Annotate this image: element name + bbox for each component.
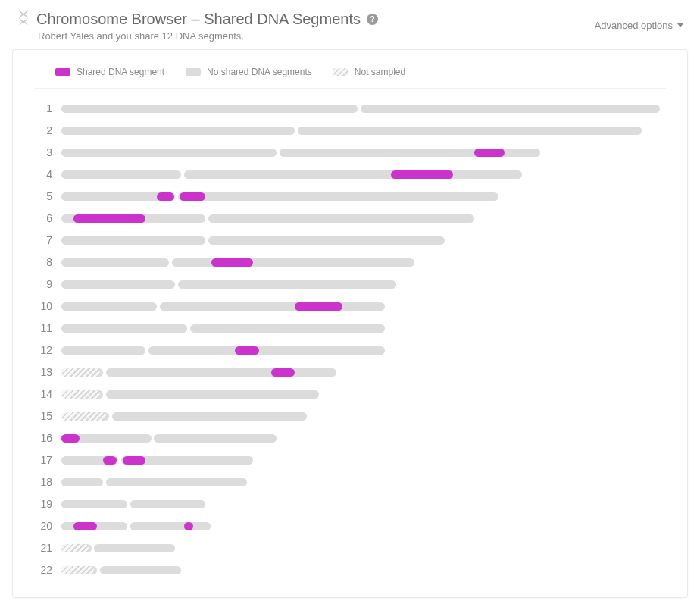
- header: Chromosome Browser – Shared DNA Segments…: [12, 6, 688, 49]
- shared-segment[interactable]: [61, 434, 80, 443]
- chromosome-row: 17: [34, 454, 666, 466]
- chromosome-q-arm: [100, 566, 181, 574]
- chromosome-track[interactable]: [61, 105, 660, 113]
- chromosome-row: 13: [34, 366, 666, 378]
- chromosome-p-arm: [61, 324, 187, 333]
- chromosome-track[interactable]: [61, 346, 385, 355]
- chromosome-label: 21: [34, 542, 52, 554]
- shared-segment[interactable]: [474, 149, 505, 157]
- legend-label-none: No shared DNA segments: [207, 67, 312, 77]
- chromosome-p-arm: [61, 236, 205, 245]
- shared-segment[interactable]: [157, 192, 173, 201]
- chromosome-q-arm: [148, 346, 385, 355]
- chromosome-label: 14: [34, 388, 52, 400]
- shared-segment[interactable]: [211, 258, 253, 267]
- chromosome-track[interactable]: [61, 500, 205, 508]
- chromosome-q-arm: [178, 192, 498, 201]
- legend: Shared DNA segment No shared DNA segment…: [34, 67, 666, 89]
- shared-segment[interactable]: [295, 302, 342, 311]
- chromosome-track[interactable]: [61, 456, 253, 465]
- chromosome-track[interactable]: [61, 434, 277, 443]
- chromosome-label: 4: [34, 168, 52, 180]
- shared-segment[interactable]: [73, 214, 145, 223]
- chromosome-row: 3: [34, 146, 666, 158]
- chromosome-q-arm: [106, 390, 318, 399]
- chromosome-label: 2: [34, 124, 52, 136]
- chromosome-not-sampled: [61, 368, 100, 377]
- chromosome-row: 12: [34, 344, 666, 356]
- legend-swatch-shared: [55, 68, 70, 76]
- chromosome-browser-card: Shared DNA segment No shared DNA segment…: [12, 49, 688, 598]
- chromosome-track[interactable]: [61, 544, 175, 552]
- chromosome-row: 1: [34, 102, 666, 114]
- shared-segment[interactable]: [103, 456, 117, 465]
- advanced-options-dropdown[interactable]: Advanced options: [595, 20, 683, 31]
- chromosome-not-sampled: [61, 412, 106, 421]
- shared-segment[interactable]: [391, 170, 454, 179]
- chromosome-q-arm: [208, 214, 475, 223]
- advanced-options-label: Advanced options: [595, 20, 673, 31]
- shared-segment[interactable]: [271, 368, 295, 377]
- chromosome-label: 18: [34, 476, 52, 488]
- chromosome-q-arm: [298, 127, 642, 135]
- chromosome-track[interactable]: [61, 127, 642, 135]
- chevron-down-icon: [677, 23, 683, 27]
- info-icon[interactable]: ?: [367, 14, 378, 25]
- chromosome-label: 9: [34, 278, 52, 290]
- shared-segment[interactable]: [123, 456, 145, 465]
- chromosome-row: 15: [34, 410, 666, 422]
- dna-icon: [17, 9, 30, 29]
- chromosome-rows: 12345678910111213141516171819202122: [34, 102, 666, 576]
- chromosome-q-arm: [94, 544, 175, 552]
- chromosome-label: 17: [34, 454, 52, 466]
- chromosome-row: 18: [34, 476, 666, 488]
- legend-label-not-sampled: Not sampled: [355, 67, 405, 77]
- legend-none: No shared DNA segments: [186, 67, 312, 77]
- chromosome-track[interactable]: [61, 324, 385, 333]
- chromosome-track[interactable]: [61, 236, 445, 245]
- chromosome-q-arm: [190, 324, 385, 333]
- chromosome-row: 20: [34, 520, 666, 532]
- chromosome-track[interactable]: [61, 368, 336, 377]
- chromosome-row: 4: [34, 168, 666, 180]
- chromosome-track[interactable]: [61, 192, 498, 201]
- chromosome-track[interactable]: [61, 280, 396, 289]
- chromosome-q-arm: [184, 170, 522, 179]
- chromosome-label: 1: [34, 102, 52, 114]
- chromosome-q-arm: [178, 280, 396, 289]
- chromosome-row: 16: [34, 432, 666, 444]
- chromosome-track[interactable]: [61, 390, 319, 399]
- chromosome-track[interactable]: [61, 412, 307, 421]
- chromosome-track[interactable]: [61, 478, 247, 486]
- chromosome-track[interactable]: [61, 214, 474, 223]
- shared-segment[interactable]: [180, 192, 205, 201]
- chromosome-p-arm: [61, 280, 175, 289]
- chromosome-row: 22: [34, 564, 666, 576]
- chromosome-track[interactable]: [61, 170, 522, 179]
- shared-segment[interactable]: [235, 346, 259, 355]
- chromosome-row: 21: [34, 542, 666, 554]
- chromosome-track[interactable]: [61, 522, 211, 530]
- chromosome-label: 15: [34, 410, 52, 422]
- shared-segment[interactable]: [73, 522, 98, 530]
- chromosome-p-arm: [61, 149, 277, 157]
- chromosome-track[interactable]: [61, 149, 540, 157]
- chromosome-track[interactable]: [61, 302, 385, 311]
- chromosome-label: 5: [34, 190, 52, 202]
- chromosome-p-arm: [61, 346, 145, 355]
- chromosome-label: 22: [34, 564, 52, 576]
- shared-segment[interactable]: [184, 522, 193, 530]
- chromosome-row: 8: [34, 256, 666, 268]
- legend-label-shared: Shared DNA segment: [77, 67, 164, 77]
- chromosome-track[interactable]: [61, 258, 414, 267]
- chromosome-row: 2: [34, 124, 666, 136]
- chromosome-p-arm: [61, 500, 127, 508]
- chromosome-q-arm: [160, 302, 384, 311]
- chromosome-label: 20: [34, 520, 52, 532]
- chromosome-q-arm: [208, 236, 445, 245]
- chromosome-label: 12: [34, 344, 52, 356]
- chromosome-q-arm: [106, 368, 336, 377]
- page-subtitle: Robert Yales and you share 12 DNA segmen…: [38, 30, 378, 42]
- chromosome-track[interactable]: [61, 566, 181, 574]
- chromosome-label: 7: [34, 234, 52, 246]
